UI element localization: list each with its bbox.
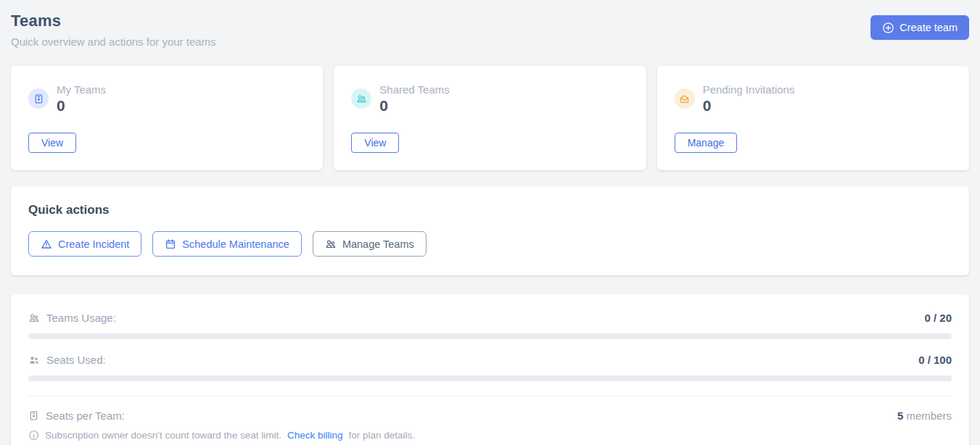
page-header: Teams Quick overview and actions for you… xyxy=(11,9,969,48)
id-badge-icon xyxy=(28,88,49,109)
pending-invitations-text: Pending Invitations 0 xyxy=(703,83,795,114)
envelope-open-icon xyxy=(675,88,695,109)
id-badge-icon xyxy=(28,410,39,421)
create-team-button[interactable]: Create team xyxy=(870,15,969,40)
seats-used-value: 0 / 100 xyxy=(918,354,952,366)
pending-invitations-stat: Pending Invitations 0 xyxy=(675,83,952,114)
page-subtitle: Quick overview and actions for your team… xyxy=(11,36,216,48)
seats-per-team-number: 5 xyxy=(897,409,903,422)
schedule-maintenance-label: Schedule Maintenance xyxy=(182,238,289,250)
shared-teams-stat: Shared Teams 0 xyxy=(351,83,628,114)
seats-per-team-value: 5 members xyxy=(897,409,952,422)
seats-used-label-group: Seats Used: xyxy=(28,354,106,366)
users-icon xyxy=(351,88,371,109)
quick-actions-title: Quick actions xyxy=(28,203,952,217)
seats-per-team-unit: members xyxy=(906,409,952,422)
teams-usage-progressbar xyxy=(28,333,952,339)
stat-cards-row: My Teams 0 View Shared Teams xyxy=(11,66,969,170)
info-icon xyxy=(28,430,39,441)
note-suffix: for plan details. xyxy=(349,430,416,441)
users-icon xyxy=(28,312,40,324)
schedule-maintenance-button[interactable]: Schedule Maintenance xyxy=(152,231,302,257)
stat-value: 0 xyxy=(57,98,106,114)
shared-teams-text: Shared Teams 0 xyxy=(379,83,449,114)
my-teams-view-button[interactable]: View xyxy=(28,133,76,153)
stat-label: Shared Teams xyxy=(379,83,449,96)
warning-icon xyxy=(41,238,52,250)
teams-page: Teams Quick overview and actions for you… xyxy=(0,0,980,445)
quick-actions-card: Quick actions Create Incident xyxy=(11,186,969,275)
usage-divider xyxy=(28,396,952,396)
seats-used-label: Seats Used: xyxy=(46,354,106,366)
seats-per-team-row: Seats per Team: 5 members xyxy=(28,409,952,422)
calendar-icon xyxy=(165,238,176,250)
teams-usage-label: Teams Usage: xyxy=(46,312,116,324)
shared-teams-view-button[interactable]: View xyxy=(351,133,399,153)
users-filled-icon xyxy=(28,354,40,366)
seat-limit-note: Subscription owner doesn't count toward … xyxy=(28,430,952,441)
seats-per-team-label-group: Seats per Team: xyxy=(28,409,125,422)
page-title: Teams xyxy=(11,12,216,30)
shared-teams-card: Shared Teams 0 View xyxy=(334,66,646,170)
create-incident-button[interactable]: Create Incident xyxy=(28,231,141,257)
seats-used-progressbar xyxy=(28,375,952,381)
plus-circle-icon xyxy=(882,22,894,34)
teams-usage-value: 0 / 20 xyxy=(924,312,952,324)
my-teams-text: My Teams 0 xyxy=(57,83,106,114)
seats-used-row: Seats Used: 0 / 100 xyxy=(28,354,952,366)
stat-label: My Teams xyxy=(57,83,106,96)
check-billing-link[interactable]: Check billing xyxy=(287,430,343,441)
pending-invitations-card: Pending Invitations 0 Manage xyxy=(657,66,969,170)
users-icon xyxy=(325,238,337,250)
manage-teams-label: Manage Teams xyxy=(342,238,414,250)
create-incident-label: Create Incident xyxy=(58,238,129,250)
page-header-text: Teams Quick overview and actions for you… xyxy=(11,9,216,48)
my-teams-card: My Teams 0 View xyxy=(11,66,323,170)
create-team-label: Create team xyxy=(899,22,958,33)
pending-invitations-manage-button[interactable]: Manage xyxy=(675,133,738,153)
manage-teams-button[interactable]: Manage Teams xyxy=(313,231,427,257)
teams-usage-row: Teams Usage: 0 / 20 xyxy=(28,312,952,324)
my-teams-stat: My Teams 0 xyxy=(28,83,305,114)
teams-usage-label-group: Teams Usage: xyxy=(28,312,116,324)
seats-per-team-label: Seats per Team: xyxy=(46,409,125,422)
quick-actions-buttons: Create Incident Schedule Maintenance xyxy=(28,231,952,257)
stat-label: Pending Invitations xyxy=(703,83,795,96)
note-text: Subscription owner doesn't count toward … xyxy=(45,430,281,441)
usage-card: Teams Usage: 0 / 20 Seats Used: 0 / 100 xyxy=(11,294,969,445)
stat-value: 0 xyxy=(703,98,795,114)
stat-value: 0 xyxy=(379,98,449,114)
